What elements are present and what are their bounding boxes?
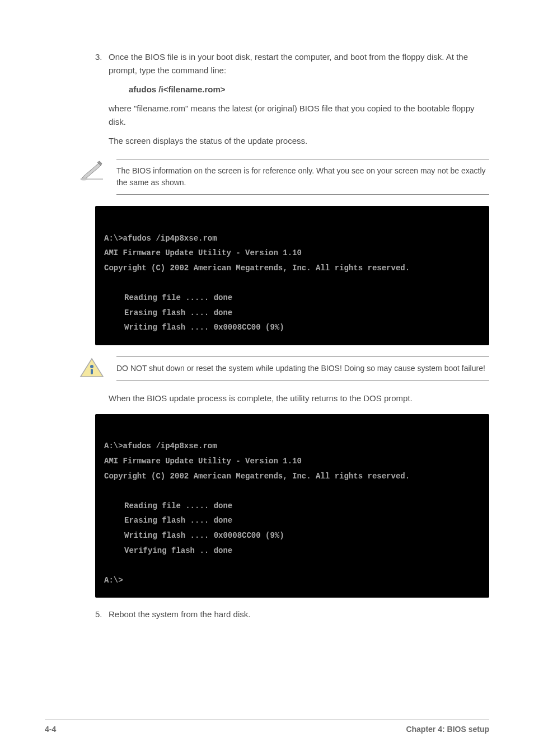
terminal-line: A:\>afudos /ip4p8xse.rom [104, 442, 217, 450]
terminal-output-2: A:\>afudos /ip4p8xse.rom AMI Firmware Up… [95, 414, 489, 598]
terminal-line: Erasing flash .... done [104, 306, 480, 321]
terminal-line: A:\> [104, 576, 123, 585]
step-number: 5. [95, 608, 109, 621]
warning-icon [78, 356, 105, 379]
note-text: The BIOS information on the screen is fo… [116, 159, 489, 195]
page-footer: 4-4 Chapter 4: BIOS setup [45, 720, 489, 734]
terminal-line: Writing flash .... 0x0008CC00 (9%) [104, 320, 480, 335]
command-action: The screen displays the status of the up… [45, 134, 489, 148]
terminal-line: Reading file ..... done [104, 499, 480, 514]
terminal-line: Writing flash .... 0x0008CC00 (9%) [104, 528, 480, 543]
command-syntax: afudos /i<filename.rom> [45, 83, 489, 96]
pencil-icon [78, 159, 105, 181]
step-5: 5. Reboot the system from the hard disk. [45, 608, 489, 621]
step-text: Once the BIOS file is in your boot disk,… [109, 50, 489, 77]
terminal-line: A:\>afudos /ip4p8xse.rom [104, 234, 217, 243]
terminal-line: Erasing flash .... done [104, 513, 480, 528]
terminal-line: Verifying flash .. done [104, 543, 480, 558]
terminal-line: Reading file ..... done [104, 290, 480, 306]
svg-point-0 [81, 178, 87, 180]
command-note: where "filename.rom" means the latest (o… [45, 102, 489, 129]
terminal-line: Copyright (C) 2002 American Megatrends, … [104, 472, 410, 481]
svg-rect-2 [91, 369, 93, 374]
step-number: 3. [95, 50, 109, 77]
terminal-line: Copyright (C) 2002 American Megatrends, … [104, 264, 410, 273]
warning-block: DO NOT shut down or reset the system whi… [78, 356, 489, 381]
step-3: 3. Once the BIOS file is in your boot di… [45, 50, 489, 77]
note-block: The BIOS information on the screen is fo… [78, 159, 489, 195]
page-number: 4-4 [45, 725, 56, 734]
svg-point-1 [90, 365, 93, 368]
terminal-line: AMI Firmware Update Utility - Version 1.… [104, 248, 302, 257]
post-terminal-text: When the BIOS update process is complete… [45, 392, 489, 405]
chapter-title: Chapter 4: BIOS setup [406, 725, 489, 734]
warning-text: DO NOT shut down or reset the system whi… [116, 356, 489, 381]
terminal-line: AMI Firmware Update Utility - Version 1.… [104, 457, 302, 466]
step-text: Reboot the system from the hard disk. [109, 608, 250, 621]
terminal-output-1: A:\>afudos /ip4p8xse.rom AMI Firmware Up… [95, 206, 489, 345]
